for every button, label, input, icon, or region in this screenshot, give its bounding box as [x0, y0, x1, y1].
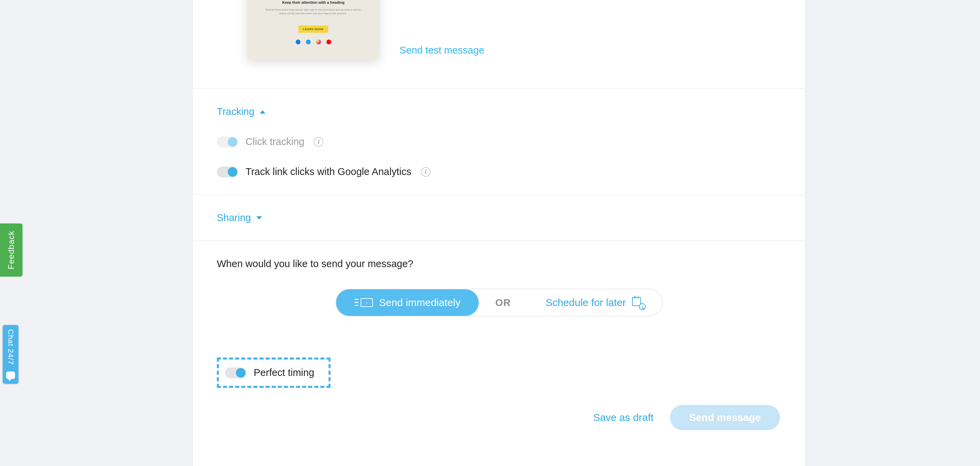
body-heading: Keep their attention with a heading — [255, 0, 372, 5]
schedule-later-label: Schedule for later — [546, 297, 626, 308]
schedule-or: OR — [479, 297, 527, 308]
tracking-section-header[interactable]: Tracking — [217, 106, 781, 117]
twitter-icon — [306, 40, 311, 44]
chat-widget[interactable]: Chat 24/7 — [2, 325, 19, 384]
ga-tracking-label: Track link clicks with Google Analytics — [245, 166, 412, 178]
sharing-section: Sharing — [193, 195, 805, 241]
tracking-title: Tracking — [217, 106, 255, 117]
feedback-label: Feedback — [6, 231, 16, 269]
chat-bubble-icon — [6, 371, 15, 379]
click-tracking-label: Click tracking — [245, 136, 304, 147]
email-body: Keep their attention with a heading Now … — [248, 0, 379, 59]
sharing-title: Sharing — [217, 212, 251, 223]
youtube-icon — [326, 40, 331, 44]
facebook-icon — [296, 40, 301, 44]
schedule-pill: Send immediately OR Schedule for later — [335, 288, 663, 317]
feedback-tab[interactable]: Feedback — [0, 223, 22, 277]
preview-section: PROMOTION Describe your promotion Let re… — [193, 0, 805, 88]
send-immediately-button[interactable]: Send immediately — [336, 289, 479, 316]
chevron-down-icon — [256, 216, 262, 220]
footer-actions: Save as draft Send message — [217, 405, 781, 430]
sharing-section-header[interactable]: Sharing — [217, 212, 781, 223]
social-icons — [255, 40, 372, 44]
send-immediately-label: Send immediately — [379, 297, 460, 308]
chat-label: Chat 24/7 — [6, 329, 15, 365]
schedule-later-button[interactable]: Schedule for later — [527, 289, 662, 316]
send-test-link[interactable]: Send test message — [399, 45, 484, 56]
main-panel: PROMOTION Describe your promotion Let re… — [193, 0, 805, 466]
email-preview-card[interactable]: PROMOTION Describe your promotion Let re… — [248, 0, 379, 59]
save-draft-link[interactable]: Save as draft — [593, 412, 654, 423]
chevron-up-icon — [260, 110, 265, 114]
perfect-timing-highlight: Perfect timing — [217, 358, 331, 388]
send-icon — [361, 298, 373, 307]
info-icon[interactable]: i — [421, 167, 431, 177]
ga-tracking-row: Track link clicks with Google Analytics … — [217, 166, 781, 178]
tracking-section: Tracking Click tracking i Track link cli… — [193, 88, 805, 195]
learn-more-button: LEARN MORE — [298, 25, 328, 33]
info-icon[interactable]: i — [314, 137, 323, 147]
ga-tracking-toggle[interactable] — [217, 166, 238, 178]
perfect-timing-toggle[interactable] — [225, 368, 246, 378]
click-tracking-toggle — [217, 136, 238, 147]
perfect-timing-label: Perfect timing — [254, 367, 314, 378]
send-message-button[interactable]: Send message — [670, 405, 780, 430]
body-text: Now let them know they should take part … — [262, 8, 365, 15]
calendar-clock-icon — [632, 297, 644, 308]
click-tracking-row: Click tracking i — [217, 136, 781, 147]
instagram-icon — [316, 40, 321, 44]
schedule-section: When would you like to send your message… — [193, 241, 805, 466]
schedule-question: When would you like to send your message… — [217, 258, 781, 269]
